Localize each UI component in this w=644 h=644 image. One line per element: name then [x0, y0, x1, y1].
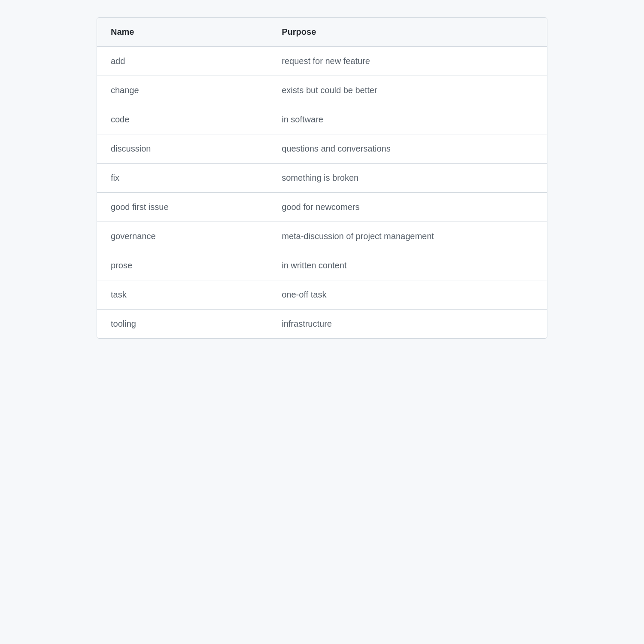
table-row: changeexists but could be better: [97, 76, 547, 105]
column-header-purpose: Purpose: [268, 18, 547, 47]
cell-purpose: in software: [268, 105, 547, 134]
table-row: discussionquestions and conversations: [97, 134, 547, 164]
cell-purpose: something is broken: [268, 164, 547, 193]
labels-table: Name Purpose addrequest for new featurec…: [97, 18, 547, 338]
cell-purpose: meta-discussion of project management: [268, 222, 547, 251]
cell-purpose: exists but could be better: [268, 76, 547, 105]
labels-table-container: Name Purpose addrequest for new featurec…: [97, 17, 547, 339]
cell-name: fix: [97, 164, 268, 193]
cell-purpose: questions and conversations: [268, 134, 547, 164]
table-row: codein software: [97, 105, 547, 134]
table-row: taskone-off task: [97, 280, 547, 310]
cell-name: tooling: [97, 310, 268, 339]
column-header-name: Name: [97, 18, 268, 47]
cell-name: good first issue: [97, 193, 268, 222]
cell-name: change: [97, 76, 268, 105]
table-row: governancemeta-discussion of project man…: [97, 222, 547, 251]
cell-purpose: good for newcomers: [268, 193, 547, 222]
cell-purpose: one-off task: [268, 280, 547, 310]
cell-name: add: [97, 47, 268, 76]
cell-name: discussion: [97, 134, 268, 164]
cell-purpose: infrastructure: [268, 310, 547, 339]
table-row: good first issuegood for newcomers: [97, 193, 547, 222]
table-row: addrequest for new feature: [97, 47, 547, 76]
table-body: addrequest for new featurechangeexists b…: [97, 47, 547, 339]
cell-purpose: in written content: [268, 251, 547, 280]
cell-purpose: request for new feature: [268, 47, 547, 76]
cell-name: code: [97, 105, 268, 134]
table-row: toolinginfrastructure: [97, 310, 547, 339]
table-row: fixsomething is broken: [97, 164, 547, 193]
cell-name: prose: [97, 251, 268, 280]
table-header-row: Name Purpose: [97, 18, 547, 47]
table-row: prosein written content: [97, 251, 547, 280]
cell-name: task: [97, 280, 268, 310]
cell-name: governance: [97, 222, 268, 251]
